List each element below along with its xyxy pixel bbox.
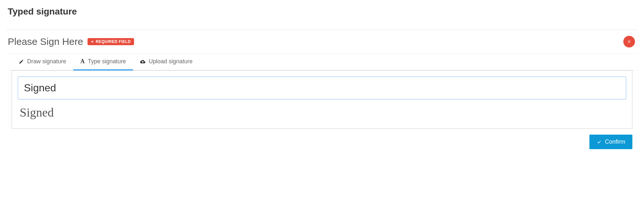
asterisk-icon — [91, 40, 94, 43]
tab-draw-signature[interactable]: Draw signature — [12, 54, 73, 70]
close-button[interactable] — [623, 36, 635, 47]
signature-panel: Please Sign Here REQUIRED FIELD Draw sig… — [6, 30, 638, 149]
tab-type-signature[interactable]: A Type signature — [73, 54, 133, 70]
required-field-badge: REQUIRED FIELD — [88, 38, 134, 45]
check-icon — [597, 140, 602, 144]
confirm-button[interactable]: Confirm — [589, 135, 632, 149]
close-icon — [627, 39, 631, 44]
panel-actions: Confirm — [6, 129, 638, 149]
cloud-upload-icon — [140, 59, 145, 64]
sign-here-heading: Please Sign Here — [8, 36, 83, 47]
tab-type-label: Type signature — [88, 58, 126, 65]
confirm-button-label: Confirm — [605, 138, 625, 145]
signature-tabs: Draw signature A Type signature Upload s… — [6, 54, 638, 70]
required-field-text: REQUIRED FIELD — [96, 39, 130, 44]
pencil-icon — [19, 59, 24, 64]
signature-preview: Signed — [18, 99, 626, 123]
panel-header: Please Sign Here REQUIRED FIELD — [6, 30, 638, 54]
tab-upload-signature[interactable]: Upload signature — [133, 54, 200, 70]
tab-upload-label: Upload signature — [149, 58, 192, 65]
font-icon: A — [80, 58, 85, 65]
signature-input[interactable] — [18, 77, 626, 99]
page-title: Typed signature — [6, 6, 638, 17]
signature-box: Signed — [12, 70, 632, 129]
panel-header-left: Please Sign Here REQUIRED FIELD — [6, 36, 134, 47]
tab-draw-label: Draw signature — [27, 58, 66, 65]
